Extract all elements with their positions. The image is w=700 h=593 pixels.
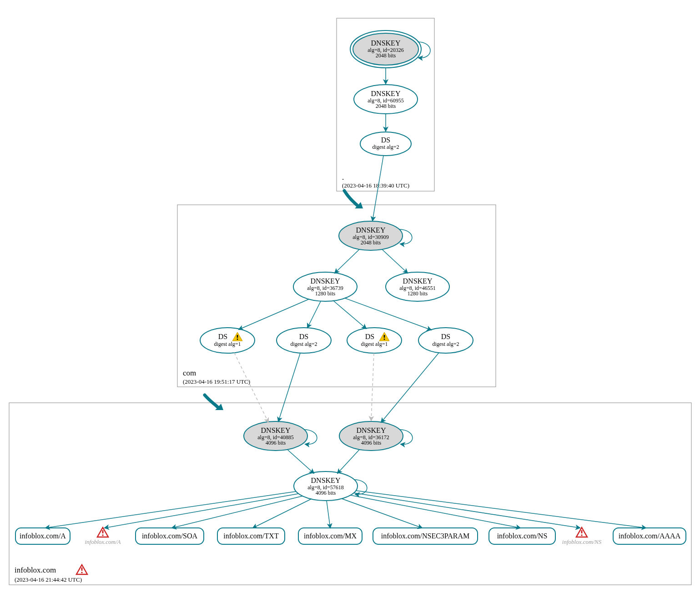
svg-text:DS: DS [365,333,374,340]
svg-text:2048 bits: 2048 bits [376,103,396,109]
rrset-ns-warn: infoblox.com/NS [562,527,602,545]
svg-text:DNSKEY: DNSKEY [311,277,340,285]
svg-text:digest alg=2: digest alg=2 [372,144,399,150]
edge-zsk-txt [253,499,312,528]
svg-text:infoblox.com/SOA: infoblox.com/SOA [142,532,198,540]
svg-text:1280 bits: 1280 bits [408,290,428,297]
svg-text:2048 bits: 2048 bits [376,52,396,59]
svg-text:DS: DS [299,333,308,340]
svg-text:infoblox.com/TXT: infoblox.com/TXT [223,532,279,540]
zone-timestamp-infoblox: (2023-04-16 21:44:42 UTC) [15,576,82,583]
svg-text:DNSKEY: DNSKEY [357,426,386,434]
node-com-zsk2: DNSKEY alg=8, id=46551 1280 bits [386,272,449,301]
zone-label-com: com [183,369,196,377]
svg-text:DNSKEY: DNSKEY [261,426,291,434]
edge-zsk-a [45,492,296,528]
svg-text:infoblox.com/AAAA: infoblox.com/AAAA [619,532,681,540]
node-com-ds3: DS digest alg=1 [347,328,402,353]
svg-text:digest alg=2: digest alg=2 [290,341,317,347]
rrset-soa: infoblox.com/SOA [136,528,204,544]
rrset-a: infoblox.com/A [15,528,70,544]
error-icon [97,527,108,537]
svg-text:infoblox.com/NS: infoblox.com/NS [497,532,548,540]
edge-zsk-ns-warn [354,493,580,528]
svg-text:DNSKEY: DNSKEY [371,39,401,47]
node-ib-ksk1: DNSKEY alg=8, id=40885 4096 bits [244,421,317,451]
rrset-mx: infoblox.com/MX [298,528,362,544]
svg-text:DS: DS [381,136,390,144]
svg-text:DS: DS [218,333,227,340]
edge-zsk-nsec3 [342,499,422,528]
edge-zsk-aaaa [356,491,646,528]
rrset-ns: infoblox.com/NS [489,528,555,544]
zone-timestamp-root: (2023-04-16 18:39:40 UTC) [342,182,409,189]
node-com-zsk1: DNSKEY alg=8, id=36739 1280 bits [293,272,357,301]
node-ib-ksk2: DNSKEY alg=8, id=36172 4096 bits [339,421,413,451]
node-com-ds2: DS digest alg=2 [277,328,331,353]
edge-ds4-ibksk2 [381,353,439,422]
node-root-ksk: DNSKEY alg=8, id=20326 2048 bits [350,30,430,68]
edge-zsk-a-warn [105,494,298,528]
edge-com-ksk-to-zsk1 [335,249,359,273]
svg-point-28 [200,328,255,353]
zone-label-infoblox: infoblox.com [15,566,56,574]
dnssec-chain-diagram: . (2023-04-16 18:39:40 UTC) DNSKEY alg=8… [0,0,700,593]
svg-point-34 [347,328,402,353]
svg-text:infoblox.com/MX: infoblox.com/MX [304,532,357,540]
svg-text:DS: DS [441,333,450,340]
svg-text:1280 bits: 1280 bits [315,290,336,297]
rrset-nsec3param: infoblox.com/NSEC3PARAM [373,528,478,544]
zone-timestamp-com: (2023-04-16 19:51:17 UTC) [183,378,250,385]
svg-text:infoblox.com/A: infoblox.com/A [20,532,66,540]
svg-text:DNSKEY: DNSKEY [403,277,433,285]
rrset-a-warn: infoblox.com/A [85,527,121,545]
svg-point-31 [277,328,331,353]
node-root-zsk: DNSKEY alg=8, id=60955 2048 bits [354,85,418,114]
rrset-aaaa: infoblox.com/AAAA [613,528,686,544]
svg-text:infoblox.com/A: infoblox.com/A [85,538,121,545]
svg-text:infoblox.com/NSEC3PARAM: infoblox.com/NSEC3PARAM [381,532,470,540]
edge-com-ksk-to-zsk2 [382,249,408,273]
svg-text:DNSKEY: DNSKEY [356,226,386,234]
edge-zsk-ns [350,495,520,528]
svg-text:digest alg=2: digest alg=2 [432,341,459,347]
edge-zsk1-ds3 [333,300,366,329]
delegation-arrow-com-to-infoblox [205,395,218,407]
node-root-ds: DS digest alg=2 [360,132,411,156]
svg-text:DNSKEY: DNSKEY [311,476,341,484]
svg-text:2048 bits: 2048 bits [361,239,381,246]
rrset-txt: infoblox.com/TXT [217,528,285,544]
edge-ds2-ibksk1 [278,353,300,421]
svg-text:infoblox.com/NS: infoblox.com/NS [562,538,602,545]
node-com-ds1: DS digest alg=1 [200,328,255,353]
node-com-ds4: DS digest alg=2 [418,328,473,353]
svg-text:DNSKEY: DNSKEY [371,90,401,97]
svg-text:4096 bits: 4096 bits [361,440,382,446]
edge-zsk-soa [172,496,302,528]
error-icon [576,527,587,537]
edge-zsk1-ds4 [345,298,431,330]
edge-ibksk1-ibzsk [287,450,314,473]
edge-zsk1-ds2 [307,301,321,328]
edge-ibksk2-ibzsk [337,450,359,473]
svg-point-37 [418,328,473,353]
edge-zsk-mx [327,501,330,528]
edge-ds1-ibksk1 [234,353,268,422]
svg-text:4096 bits: 4096 bits [316,490,336,496]
delegation-arrow-root-to-com [344,191,358,206]
svg-text:digest alg=1: digest alg=1 [214,341,241,347]
svg-text:4096 bits: 4096 bits [266,440,286,446]
error-icon [76,565,87,574]
svg-text:digest alg=1: digest alg=1 [361,341,388,347]
node-com-ksk: DNSKEY alg=8, id=30909 2048 bits [339,221,412,250]
zone-label-root: . [342,173,344,182]
edge-zsk1-ds1 [239,299,309,329]
